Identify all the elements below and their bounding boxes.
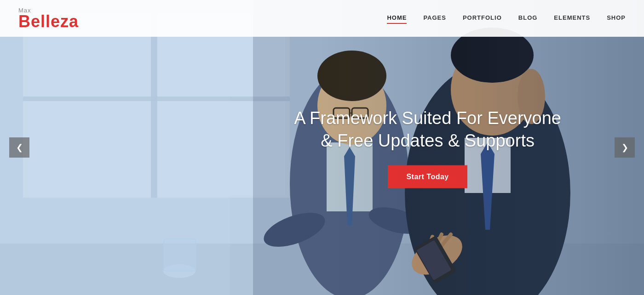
start-today-button[interactable]: Start Today xyxy=(388,165,467,188)
nav-item-home[interactable]: HOME xyxy=(387,14,407,23)
prev-arrow-button[interactable]: ❮ xyxy=(9,137,29,158)
hero-title: A Framework Suited For Everyone & Free U… xyxy=(294,107,561,153)
main-nav: HOME PAGES PORTFOLIO BLOG ELEMENTS SHOP xyxy=(387,14,626,23)
chevron-left-icon: ❮ xyxy=(16,142,23,153)
logo-name: Belleza xyxy=(18,13,79,30)
hero-title-line1: A Framework Suited For Everyone xyxy=(294,108,561,128)
nav-item-pages[interactable]: PAGES xyxy=(423,14,446,23)
nav-item-portfolio[interactable]: PORTFOLIO xyxy=(463,14,502,23)
next-arrow-button[interactable]: ❯ xyxy=(615,137,635,158)
site-header: Max Belleza HOME PAGES PORTFOLIO BLOG EL… xyxy=(0,0,644,37)
nav-item-shop[interactable]: SHOP xyxy=(607,14,626,23)
nav-item-blog[interactable]: BLOG xyxy=(518,14,538,23)
logo[interactable]: Max Belleza xyxy=(18,7,79,30)
nav-item-elements[interactable]: ELEMENTS xyxy=(554,14,590,23)
svg-rect-34 xyxy=(0,0,230,295)
hero-content: A Framework Suited For Everyone & Free U… xyxy=(294,107,561,188)
hero-section: A Framework Suited For Everyone & Free U… xyxy=(0,0,644,295)
hero-title-line2: & Free Updates & Supports xyxy=(321,131,535,150)
chevron-right-icon: ❯ xyxy=(621,142,628,153)
